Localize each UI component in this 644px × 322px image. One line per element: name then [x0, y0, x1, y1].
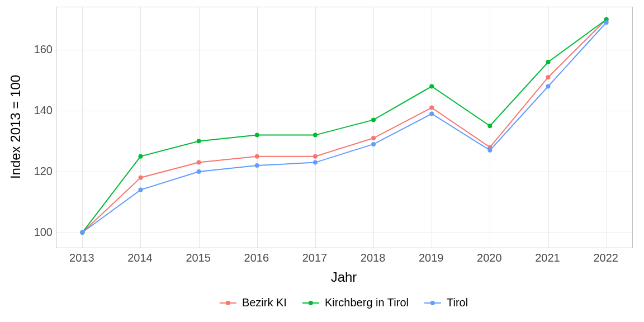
series-point — [80, 230, 84, 235]
series-point — [313, 154, 318, 159]
x-tick-label: 2013 — [69, 252, 94, 264]
x-tick-label: 2021 — [535, 252, 560, 264]
series-point — [546, 60, 551, 64]
y-tick-label: 100 — [28, 225, 53, 238]
x-tick-label: 2014 — [127, 252, 153, 264]
series-point — [255, 133, 259, 138]
x-tick-label: 2018 — [361, 252, 386, 264]
x-tick-label: 2017 — [302, 252, 328, 264]
legend-label: Kirchberg in Tirol — [325, 296, 409, 309]
legend: Bezirk KIKirchberg in TirolTirol — [220, 296, 468, 309]
series-layer — [56, 7, 632, 248]
series-point — [546, 84, 551, 89]
series-point — [487, 148, 492, 153]
x-tick-label: 2016 — [244, 252, 269, 264]
series-point — [313, 160, 318, 165]
series-point — [546, 75, 551, 79]
series-point — [429, 106, 434, 110]
y-tick-label: 120 — [28, 164, 53, 177]
series-point — [371, 142, 376, 146]
series-point — [371, 117, 376, 122]
series-point — [255, 163, 259, 168]
x-tick-label: 2015 — [186, 252, 211, 264]
series-point — [429, 112, 434, 116]
x-tick-label: 2022 — [593, 252, 618, 264]
series-point — [313, 133, 318, 138]
series-point — [197, 139, 201, 143]
x-axis-title: Jahr — [331, 269, 357, 285]
legend-key-icon — [302, 297, 319, 309]
y-axis-title: Index 2013 = 100 — [8, 75, 23, 179]
legend-key-icon — [424, 297, 441, 309]
legend-item: Kirchberg in Tirol — [302, 296, 409, 309]
series-point — [255, 154, 259, 159]
series-point — [138, 154, 143, 159]
legend-label: Bezirk KI — [242, 296, 287, 309]
x-tick-label: 2020 — [477, 252, 502, 264]
y-tick-label: 160 — [28, 43, 53, 56]
series-point — [604, 20, 609, 25]
series-point — [138, 188, 143, 192]
legend-label: Tirol — [447, 296, 468, 309]
legend-item: Bezirk KI — [220, 296, 287, 309]
series-point — [429, 84, 434, 89]
plot-area — [56, 7, 633, 248]
legend-item: Tirol — [424, 296, 468, 309]
series-point — [197, 160, 201, 165]
series-line — [82, 20, 606, 233]
line-chart: Index 2013 = 100 Jahr Bezirk KIKirchberg… — [0, 0, 644, 322]
y-tick-label: 140 — [28, 104, 53, 117]
series-point — [197, 169, 201, 174]
series-point — [371, 136, 376, 140]
series-point — [487, 124, 492, 128]
series-line — [82, 20, 606, 233]
legend-key-icon — [220, 297, 236, 309]
series-point — [138, 176, 143, 180]
x-tick-label: 2019 — [419, 252, 444, 264]
